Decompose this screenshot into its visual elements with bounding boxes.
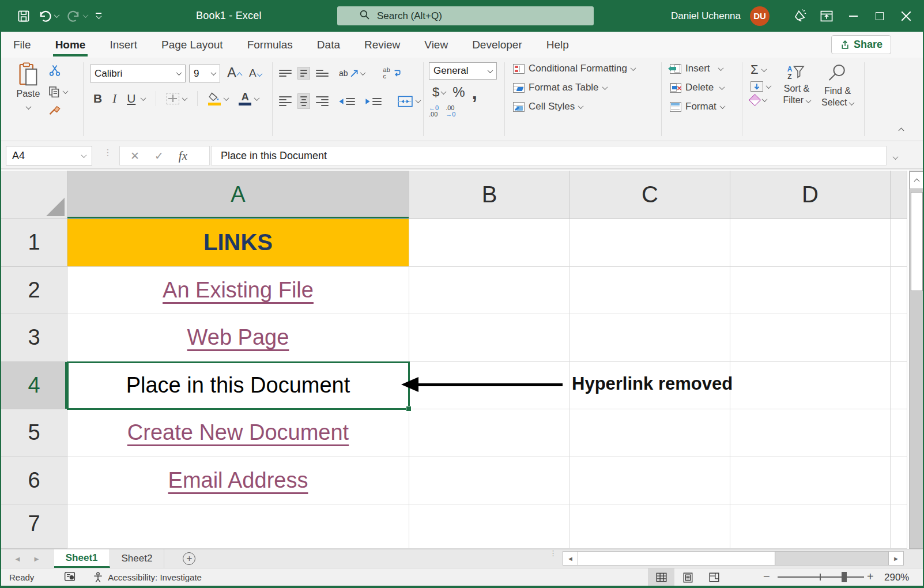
cell-d6[interactable] [730, 457, 891, 505]
tab-formulas[interactable]: Formulas [245, 33, 295, 56]
undo-button[interactable] [38, 10, 59, 22]
font-color-button[interactable]: A [239, 92, 259, 105]
cell-c6[interactable] [570, 457, 730, 505]
formula-input[interactable]: Place in this Document [211, 146, 887, 165]
number-format-select[interactable]: General [429, 62, 497, 80]
italic-button[interactable]: I [112, 92, 116, 106]
conditional-formatting-button[interactable]: Conditional Formatting [513, 63, 635, 74]
column-header-d[interactable]: D [730, 171, 891, 219]
save-icon[interactable] [17, 10, 30, 22]
cell-c5[interactable] [570, 409, 730, 457]
increase-indent-icon[interactable] [364, 98, 382, 105]
page-break-preview-button[interactable] [701, 568, 727, 586]
comma-style-button[interactable]: , [472, 86, 477, 98]
row-header-4[interactable]: 4 [1, 362, 67, 410]
horizontal-scrollbar-thumb[interactable] [578, 552, 775, 565]
cell-a4-selected[interactable]: Place in this Document [67, 362, 409, 410]
cell-b2[interactable] [409, 267, 570, 315]
row-header-3[interactable]: 3 [1, 314, 67, 362]
tab-page-layout[interactable]: Page Layout [159, 33, 225, 56]
tab-data[interactable]: Data [315, 33, 342, 56]
share-button[interactable]: Share [831, 35, 891, 54]
accessibility-status[interactable]: Accessibility: Investigate [93, 572, 202, 583]
cell-c1[interactable] [570, 219, 730, 267]
column-header-a[interactable]: A [67, 171, 409, 219]
align-left-icon[interactable] [279, 96, 292, 106]
new-sheet-button[interactable]: + [183, 552, 195, 565]
vertical-scrollbar[interactable] [909, 171, 924, 549]
fill-color-button[interactable] [208, 92, 228, 105]
column-header-e-sliver[interactable] [891, 171, 907, 219]
cell-b3[interactable] [409, 314, 570, 362]
sheet-tab-sheet1[interactable]: Sheet1 [54, 549, 110, 568]
horizontal-scrollbar[interactable]: ◄ ► [563, 551, 904, 566]
cut-icon[interactable] [48, 65, 67, 78]
format-cells-button[interactable]: Format [670, 101, 725, 112]
page-layout-view-button[interactable] [674, 568, 701, 586]
decrease-decimal-button[interactable]: .00→0 [446, 105, 455, 118]
font-size-select[interactable]: 9 [189, 65, 220, 82]
feedback-icon[interactable] [787, 0, 813, 32]
accounting-format-button[interactable]: $ [432, 85, 446, 100]
paste-button[interactable]: Paste [10, 62, 46, 112]
format-as-table-button[interactable]: Format as Table [513, 82, 607, 93]
select-all-corner[interactable] [1, 171, 67, 219]
cell-c2[interactable] [570, 267, 730, 315]
decrease-font-size-button[interactable]: A [249, 67, 262, 80]
increase-font-size-button[interactable]: A [227, 65, 242, 81]
ribbon-display-options-icon[interactable] [813, 0, 840, 32]
zoom-slider-track[interactable] [778, 576, 864, 578]
tab-help[interactable]: Help [544, 33, 571, 56]
zoom-slider-thumb[interactable] [842, 572, 847, 582]
cell-d4[interactable] [730, 362, 891, 410]
cell-b6[interactable] [409, 457, 570, 505]
insert-function-icon[interactable]: fx [179, 149, 187, 163]
zoom-level[interactable]: 290% [884, 572, 909, 583]
bold-button[interactable]: B [93, 92, 102, 105]
scroll-right-icon[interactable]: ► [888, 552, 903, 565]
cell-e5[interactable] [891, 409, 907, 457]
align-right-icon[interactable] [316, 96, 329, 106]
middle-align-icon[interactable] [297, 67, 310, 80]
cell-c3[interactable] [570, 314, 730, 362]
cell-e2[interactable] [891, 267, 907, 315]
clear-button[interactable] [750, 96, 771, 104]
expand-formula-bar-icon[interactable] [893, 152, 897, 162]
cell-a7[interactable] [67, 504, 409, 549]
find-select-button[interactable]: Find & Select [819, 63, 857, 108]
decrease-indent-icon[interactable] [338, 98, 355, 105]
cell-a1[interactable]: LINKS [67, 219, 409, 267]
cell-b5[interactable] [409, 409, 570, 457]
fill-button[interactable] [750, 81, 771, 92]
name-box[interactable]: A4 [6, 146, 92, 165]
delete-cells-button[interactable]: ✕ Delete [670, 82, 724, 93]
user-name[interactable]: Daniel Uchenna [671, 10, 741, 22]
maximize-button[interactable] [866, 0, 893, 32]
column-header-c[interactable]: C [570, 171, 730, 219]
zoom-out-button[interactable]: − [763, 570, 770, 583]
tab-file[interactable]: File [11, 33, 33, 56]
tab-developer[interactable]: Developer [470, 33, 525, 56]
cell-a6[interactable]: Email Address [67, 457, 409, 505]
cell-b7[interactable] [409, 504, 570, 549]
row-header-7[interactable]: 7 [1, 504, 67, 549]
cell-e1[interactable] [891, 219, 907, 267]
customize-qat-icon[interactable] [96, 13, 101, 19]
borders-icon[interactable] [167, 93, 187, 104]
column-header-b[interactable]: B [409, 171, 570, 219]
scroll-left-icon[interactable]: ◄ [563, 552, 578, 565]
wrap-text-icon[interactable]: abc [383, 67, 401, 80]
zoom-in-button[interactable]: + [867, 570, 874, 583]
copy-icon[interactable] [48, 86, 67, 97]
merge-center-button[interactable] [398, 96, 420, 107]
cell-a3[interactable]: Web Page [67, 314, 409, 362]
scroll-up-icon[interactable] [910, 171, 924, 189]
cell-a2[interactable]: An Existing File [67, 267, 409, 315]
sheet-tab-sheet2[interactable]: Sheet2 [110, 549, 165, 568]
fill-handle[interactable] [406, 406, 412, 412]
orientation-button[interactable]: ab [339, 69, 365, 77]
cell-d7[interactable] [730, 504, 891, 549]
underline-button[interactable]: U [127, 92, 135, 105]
tab-home[interactable]: Home [53, 33, 88, 56]
cell-a5[interactable]: Create New Document [67, 409, 409, 457]
